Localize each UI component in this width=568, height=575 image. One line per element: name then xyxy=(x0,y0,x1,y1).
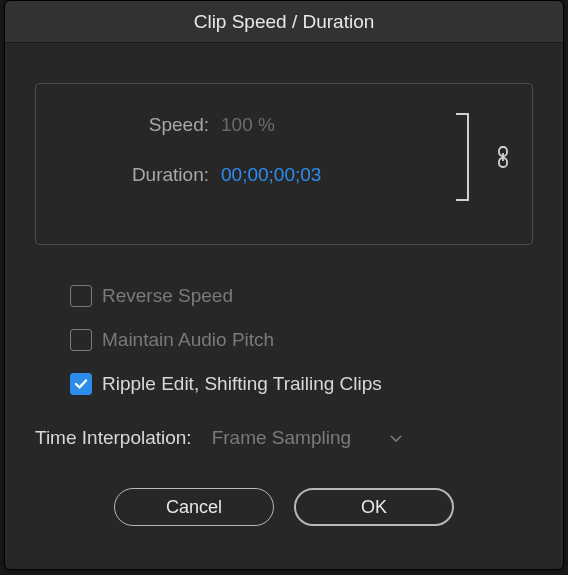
chevron-down-icon xyxy=(389,427,403,449)
time-interpolation-dropdown[interactable]: Frame Sampling xyxy=(204,423,411,453)
maintain-pitch-checkbox[interactable] xyxy=(70,329,92,351)
ripple-edit-row: Ripple Edit, Shifting Trailing Clips xyxy=(35,373,533,395)
speed-duration-group: Speed: 100 % Duration: 00;00;00;03 xyxy=(35,83,533,245)
maintain-pitch-row: Maintain Audio Pitch xyxy=(35,329,533,351)
duration-value[interactable]: 00;00;00;03 xyxy=(221,164,321,186)
cancel-button-label: Cancel xyxy=(166,497,222,518)
time-interpolation-selected: Frame Sampling xyxy=(212,427,351,449)
cancel-button[interactable]: Cancel xyxy=(114,488,274,526)
dialog-titlebar: Clip Speed / Duration xyxy=(5,1,563,43)
link-chain-icon[interactable] xyxy=(496,146,510,173)
ripple-edit-checkbox[interactable] xyxy=(70,373,92,395)
reverse-speed-label: Reverse Speed xyxy=(102,285,233,307)
clip-speed-duration-dialog: Clip Speed / Duration Speed: 100 % Durat… xyxy=(4,0,564,570)
maintain-pitch-label: Maintain Audio Pitch xyxy=(102,329,274,351)
link-bracket-icon xyxy=(454,112,472,202)
ok-button-label: OK xyxy=(361,497,387,518)
reverse-speed-checkbox[interactable] xyxy=(70,285,92,307)
reverse-speed-row: Reverse Speed xyxy=(35,285,533,307)
duration-row: Duration: 00;00;00;03 xyxy=(56,164,512,186)
dialog-content: Speed: 100 % Duration: 00;00;00;03 xyxy=(5,43,563,569)
dialog-title: Clip Speed / Duration xyxy=(194,11,375,33)
duration-label: Duration: xyxy=(56,164,221,186)
dialog-button-row: Cancel OK xyxy=(35,488,533,526)
speed-row: Speed: 100 % xyxy=(56,114,512,136)
time-interpolation-row: Time Interpolation: Frame Sampling xyxy=(35,423,533,453)
speed-value[interactable]: 100 % xyxy=(221,114,275,136)
speed-label: Speed: xyxy=(56,114,221,136)
ok-button[interactable]: OK xyxy=(294,488,454,526)
ripple-edit-label: Ripple Edit, Shifting Trailing Clips xyxy=(102,373,382,395)
time-interpolation-label: Time Interpolation: xyxy=(35,427,192,449)
